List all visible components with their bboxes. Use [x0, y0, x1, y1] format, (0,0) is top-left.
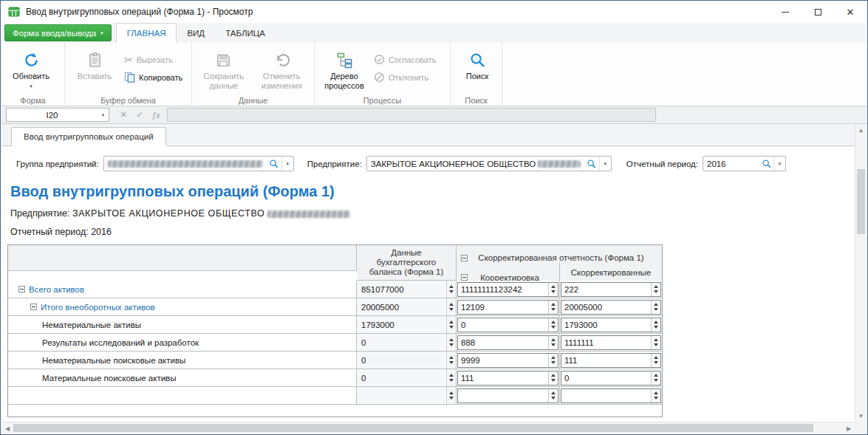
adjusted-cell[interactable] [560, 387, 662, 405]
spinner-arrows[interactable] [548, 389, 558, 403]
table-row-label[interactable]: Нематериальные поисковые активы [8, 352, 357, 369]
spinner-arrows[interactable] [651, 283, 660, 296]
adjustment-cell[interactable]: 111 [457, 369, 560, 387]
spinner-arrows[interactable] [548, 371, 558, 385]
adjusted-cell[interactable]: 111 [560, 352, 662, 369]
spin-down-icon[interactable] [654, 343, 658, 346]
period-filter-input[interactable]: 2016 ▾ [703, 156, 786, 171]
spin-down-icon[interactable] [654, 308, 658, 311]
spin-up-icon[interactable] [449, 391, 454, 394]
spin-up-icon[interactable] [654, 338, 658, 341]
spinner-arrows[interactable] [651, 318, 660, 332]
vertical-scrollbar[interactable]: ▲ ▼ [855, 124, 867, 422]
spin-up-icon[interactable] [551, 303, 556, 306]
vertical-scroll-thumb[interactable] [857, 169, 865, 234]
adjusted-cell[interactable]: 0 [560, 369, 662, 387]
spin-down-icon[interactable] [551, 397, 556, 400]
spin-down-icon[interactable] [449, 361, 454, 364]
spin-down-icon[interactable] [449, 379, 454, 382]
collapse-icon[interactable] [461, 255, 468, 261]
spinner-arrows[interactable] [446, 352, 456, 369]
adjusted-cell[interactable]: 1793000 [560, 316, 662, 334]
search-icon[interactable] [267, 159, 281, 168]
spinner-arrows[interactable] [548, 318, 558, 332]
copy-button[interactable]: Копировать [124, 70, 182, 85]
chevron-down-icon[interactable]: ▾ [599, 157, 611, 171]
spin-up-icon[interactable] [654, 303, 658, 306]
balance-cell[interactable]: 0 [357, 334, 457, 352]
spin-down-icon[interactable] [449, 397, 454, 400]
spin-up-icon[interactable] [551, 374, 556, 377]
table-row-label[interactable] [8, 387, 357, 405]
table-row-label[interactable]: Нематериальные активы [8, 316, 357, 334]
adjusted-cell[interactable]: 20005000 [560, 298, 662, 316]
spinner-arrows[interactable] [651, 354, 660, 367]
close-button[interactable]: ✕ [834, 1, 867, 23]
chevron-down-icon[interactable]: ▾ [773, 157, 785, 171]
chevron-down-icon[interactable]: ▾ [281, 157, 293, 171]
refresh-button[interactable]: Обновить ▾ [4, 46, 58, 89]
spinner-arrows[interactable] [548, 283, 558, 296]
spin-down-icon[interactable] [449, 343, 454, 346]
adjustment-cell[interactable]: 11111111123242 [457, 281, 560, 298]
collapse-icon[interactable] [461, 274, 468, 281]
scroll-right-icon[interactable]: ▶ [843, 422, 855, 434]
spin-up-icon[interactable] [551, 338, 556, 341]
table-row-label[interactable]: Материальные поисковые активы [8, 369, 357, 387]
formula-input[interactable] [167, 108, 656, 122]
spin-up-icon[interactable] [449, 303, 454, 306]
search-button[interactable]: Поиск [454, 46, 501, 81]
balance-cell[interactable]: 1793000 [357, 316, 457, 334]
balance-cell[interactable]: 20005000 [357, 298, 457, 316]
spin-down-icon[interactable] [551, 343, 556, 346]
cell-reference-box[interactable]: I20 ▾ [6, 108, 109, 122]
balance-cell[interactable] [357, 387, 457, 405]
table-row-label[interactable]: Всего активов [8, 281, 357, 298]
horizontal-scrollbar[interactable]: ◀ ▶ [1, 422, 855, 434]
balance-cell[interactable]: 0 [357, 369, 457, 387]
horizontal-scroll-thumb[interactable] [13, 424, 813, 432]
balance-cell[interactable]: 851077000 [357, 281, 457, 298]
spin-up-icon[interactable] [654, 321, 658, 323]
adjustment-cell[interactable]: 0 [457, 316, 560, 334]
spin-up-icon[interactable] [449, 374, 454, 377]
spin-up-icon[interactable] [449, 356, 454, 359]
spinner-arrows[interactable] [446, 387, 456, 404]
table-row-label[interactable]: Итого внеоборотных активов [8, 298, 357, 316]
spinner-arrows[interactable] [651, 301, 660, 314]
spinner-arrows[interactable] [446, 316, 456, 333]
spinner-arrows[interactable] [651, 336, 660, 349]
spinner-arrows[interactable] [548, 354, 558, 367]
spin-down-icon[interactable] [551, 379, 556, 382]
spin-up-icon[interactable] [449, 338, 454, 341]
spin-up-icon[interactable] [551, 285, 556, 288]
spin-down-icon[interactable] [449, 308, 454, 311]
maximize-button[interactable] [802, 1, 834, 23]
process-tree-button[interactable]: Дерево процессов [318, 46, 371, 90]
chevron-down-icon[interactable]: ▾ [98, 112, 109, 118]
collapse-icon[interactable] [18, 286, 25, 292]
spin-up-icon[interactable] [551, 321, 556, 323]
adjusted-cell[interactable]: 1111111 [560, 334, 662, 352]
search-icon[interactable] [584, 159, 599, 168]
spin-down-icon[interactable] [654, 361, 658, 364]
spin-down-icon[interactable] [654, 290, 658, 293]
document-tab[interactable]: Ввод внутригрупповых операций [11, 127, 166, 146]
spinner-arrows[interactable] [446, 298, 456, 315]
adjusted-cell[interactable]: 222 [560, 281, 662, 298]
adjustment-cell[interactable]: 888 [457, 334, 560, 352]
spin-down-icon[interactable] [551, 308, 556, 311]
adjustment-cell[interactable]: 9999 [457, 352, 560, 369]
spin-down-icon[interactable] [654, 326, 658, 329]
spin-up-icon[interactable] [654, 356, 658, 359]
adjustment-cell[interactable]: 12109 [457, 298, 560, 316]
collapse-icon[interactable] [30, 304, 37, 310]
group-filter-input[interactable]: ▾ [103, 156, 294, 171]
spinner-arrows[interactable] [548, 336, 558, 349]
ribbon-tab-view[interactable]: ВИД [177, 23, 215, 43]
ribbon-tab-main[interactable]: ГЛАВНАЯ [116, 23, 177, 43]
spin-down-icon[interactable] [449, 326, 454, 329]
spin-up-icon[interactable] [449, 321, 454, 323]
spin-down-icon[interactable] [551, 361, 556, 364]
spin-up-icon[interactable] [449, 285, 454, 288]
